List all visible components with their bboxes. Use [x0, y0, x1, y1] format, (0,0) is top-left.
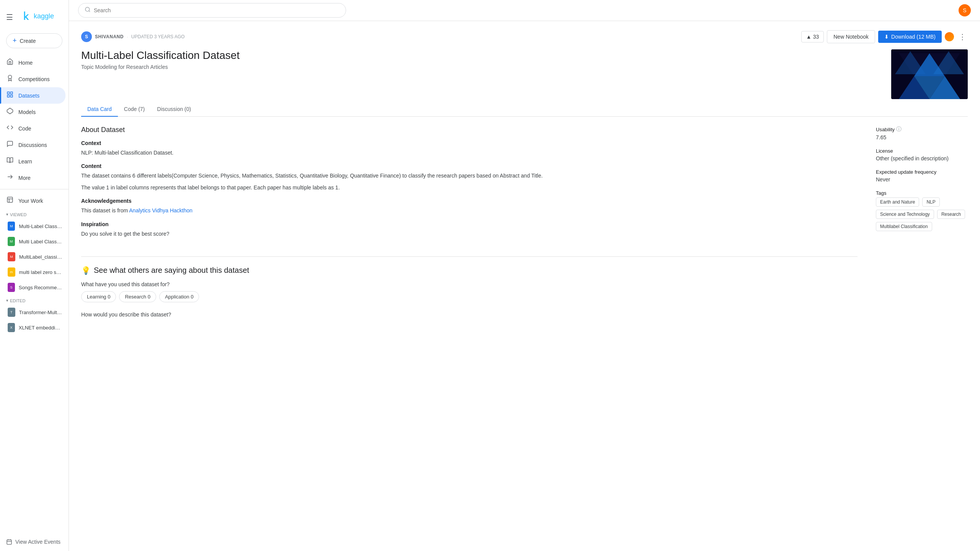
edited-item-0[interactable]: T Transformer-Multi-Lab...: [0, 305, 69, 320]
edited-icon-1: X: [8, 323, 15, 332]
dataset-updated: UPDATED 3 YEARS AGO: [131, 34, 185, 39]
svg-rect-2: [11, 92, 13, 94]
kaggle-icon: [22, 11, 31, 21]
viewed-item-1[interactable]: M Multi Label Classifier - ...: [0, 234, 69, 249]
your-work-icon: [6, 196, 14, 205]
usage-tags: Learning 0 Research 0 Application 0: [81, 291, 858, 302]
sidebar-item-models[interactable]: Models: [0, 104, 65, 120]
dataset-sidebar-info: Usability ⓘ 7.65 License Other (specifie…: [876, 126, 968, 321]
edited-icon-0: T: [8, 308, 15, 317]
viewed-item-4[interactable]: S Songs Recommendatio...: [0, 280, 69, 295]
menu-icon[interactable]: ☰: [3, 10, 16, 24]
sidebar-item-home[interactable]: Home: [0, 54, 65, 71]
tags-container: Earth and Nature NLP Science and Technol…: [876, 197, 968, 231]
sidebar-item-learn[interactable]: Learn: [0, 153, 65, 170]
tab-data-card[interactable]: Data Card: [81, 102, 118, 117]
new-notebook-button[interactable]: New Notebook: [827, 30, 875, 43]
usage-tag-learning[interactable]: Learning 0: [81, 291, 116, 302]
license-value: Other (specified in description): [876, 155, 968, 161]
tags-info: Tags Earth and Nature NLP Science and Te…: [876, 190, 968, 231]
context-label: Context: [81, 140, 858, 146]
used-for-label: What have you used this dataset for?: [81, 281, 858, 287]
acknowledgements-label: Acknowledgements: [81, 198, 858, 204]
content-text-1: The dataset contains 6 different labels(…: [81, 171, 858, 180]
vote-button[interactable]: ▲ 33: [801, 31, 824, 42]
tab-discussion[interactable]: Discussion (0): [151, 102, 197, 117]
update-freq-label: Expected update frequency: [876, 169, 968, 175]
acknowledgements-text: This dataset is from Analytics Vidhya Ha…: [81, 206, 858, 215]
svg-point-0: [8, 75, 12, 79]
create-button[interactable]: + Create: [6, 33, 62, 48]
tag-research[interactable]: Research: [937, 210, 965, 219]
svg-marker-5: [7, 108, 13, 114]
search-bar[interactable]: [78, 3, 346, 18]
tags-label: Tags: [876, 190, 968, 196]
tag-earth-nature[interactable]: Earth and Nature: [876, 197, 919, 207]
item-icon-0: M: [8, 222, 15, 231]
dataset-subtitle: Topic Modeling for Research Articles: [81, 64, 240, 70]
discussions-icon: [6, 140, 14, 149]
logo-text: kaggle: [34, 12, 54, 20]
dataset-author: SHIVANAND: [95, 34, 124, 39]
edited-section[interactable]: ▾ EDITED: [0, 295, 69, 305]
main-body: About Dataset Context NLP: Multi-label C…: [81, 126, 858, 321]
sidebar-item-competitions[interactable]: Competitions: [0, 71, 65, 87]
usability-value: 7.65: [876, 134, 968, 140]
viewed-item-0[interactable]: M Multi-Label Classificati...: [0, 218, 69, 234]
search-input[interactable]: [94, 7, 340, 13]
sidebar: ☰ kaggle + Create Home Competitions Data…: [0, 0, 69, 551]
learn-icon: [6, 157, 14, 166]
analytics-vidhya-link[interactable]: Analytics Vidhya Hackthon: [129, 207, 193, 214]
user-avatar[interactable]: S: [959, 4, 971, 16]
usage-tag-application[interactable]: Application 0: [159, 291, 199, 302]
dataset-title: Multi-Label Classification Dataset: [81, 49, 240, 62]
tab-code[interactable]: Code (7): [118, 102, 151, 117]
usability-info: Usability ⓘ 7.65: [876, 126, 968, 140]
svg-rect-1: [7, 92, 9, 94]
vote-icon: ▲: [806, 34, 812, 40]
more-options-button[interactable]: ⋮: [957, 31, 968, 43]
page-header: S: [69, 0, 980, 21]
item-icon-4: S: [8, 283, 15, 292]
view-active-events[interactable]: View Active Events: [0, 536, 69, 548]
home-icon: [6, 58, 14, 67]
sidebar-item-datasets[interactable]: Datasets: [0, 87, 65, 104]
download-icon: ⬇: [884, 34, 889, 40]
logo[interactable]: kaggle: [16, 7, 60, 27]
main-content: S S SHIVANAND · UPDATED 3 YEARS AGO ▲ 33…: [69, 0, 980, 551]
viewed-item-3[interactable]: m multi label zero shot cl...: [0, 264, 69, 280]
update-freq-value: Never: [876, 176, 968, 183]
sidebar-item-discussions[interactable]: Discussions: [0, 137, 65, 153]
dataset-cover-image: [891, 49, 968, 99]
community-title: 💡 See what others are saying about this …: [81, 266, 858, 275]
datasets-icon: [6, 91, 14, 100]
viewed-section[interactable]: ▾ VIEWED: [0, 209, 69, 218]
svg-point-14: [85, 7, 90, 11]
content-text-2: The value 1 in label columns represents …: [81, 183, 858, 192]
viewed-item-2[interactable]: M MultiLabel_classificati...: [0, 249, 69, 264]
competitions-icon: [6, 75, 14, 83]
update-freq-info: Expected update frequency Never: [876, 169, 968, 183]
code-icon: [6, 124, 14, 133]
sidebar-item-code[interactable]: Code: [0, 120, 65, 137]
item-icon-3: m: [8, 267, 15, 277]
download-button[interactable]: ⬇ Download (12 MB): [878, 31, 942, 43]
models-icon: [6, 108, 14, 116]
tag-nlp[interactable]: NLP: [922, 197, 939, 207]
about-title: About Dataset: [81, 126, 858, 134]
sidebar-item-your-work[interactable]: Your Work: [0, 192, 65, 209]
cover-svg: [891, 49, 968, 99]
user-badge[interactable]: [945, 32, 954, 41]
content-label: Content: [81, 163, 858, 169]
tag-science-tech[interactable]: Science and Technology: [876, 210, 934, 219]
search-icon: [85, 7, 91, 14]
inspiration-text: Do you solve it to get the best score?: [81, 230, 858, 238]
usage-tag-research[interactable]: Research 0: [119, 291, 156, 302]
tag-multilabel[interactable]: Multilabel Classification: [876, 222, 932, 231]
svg-rect-10: [7, 540, 11, 544]
dataset-meta: S SHIVANAND · UPDATED 3 YEARS AGO ▲ 33 N…: [81, 30, 968, 43]
item-icon-2: M: [8, 252, 15, 261]
edited-item-1[interactable]: X XLNET embedding and...: [0, 320, 69, 335]
describe-section: How would you describe this dataset?: [81, 311, 858, 318]
sidebar-item-more[interactable]: More: [0, 170, 65, 186]
